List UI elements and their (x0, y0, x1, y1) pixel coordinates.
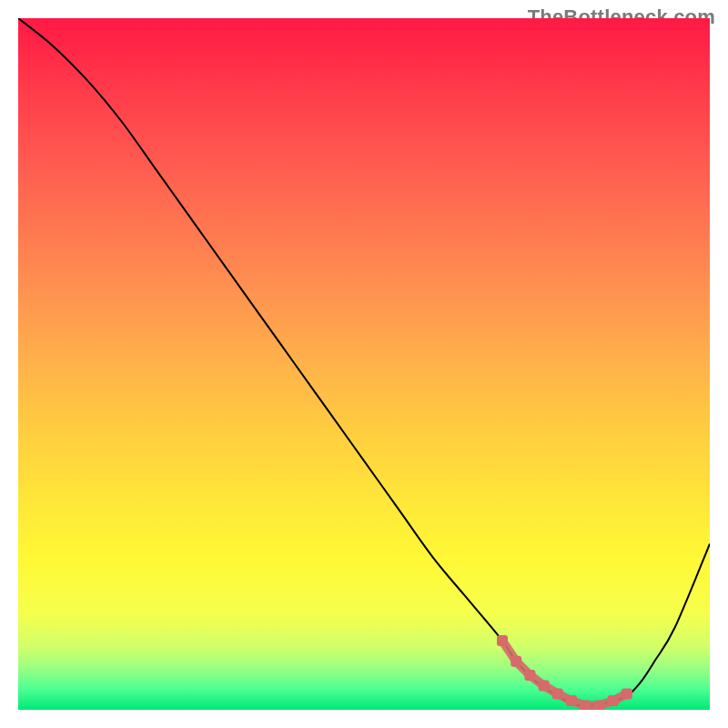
chart-container (18, 18, 710, 710)
svg-rect-18 (622, 689, 632, 700)
bottleneck-chart (18, 18, 710, 710)
